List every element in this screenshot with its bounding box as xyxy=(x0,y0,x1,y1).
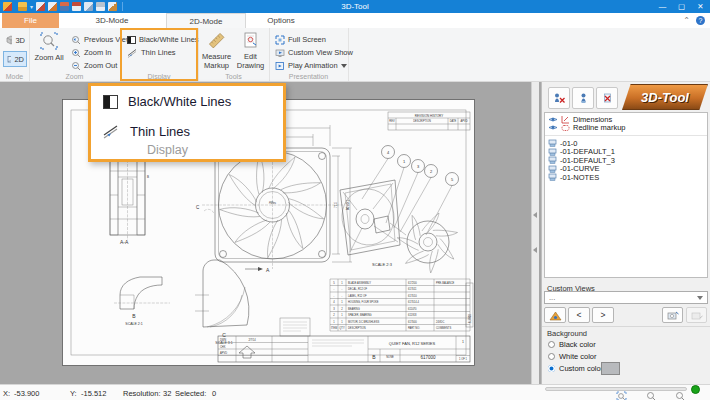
maximize-button[interactable]: ▢ xyxy=(672,0,691,13)
zoom-all-button[interactable]: Zoom All xyxy=(33,31,65,62)
caret-down-icon[interactable] xyxy=(341,64,347,68)
3d-mode-button[interactable]: 3D xyxy=(3,32,27,48)
sheet-2d-icon xyxy=(7,54,11,64)
radio-icon[interactable] xyxy=(548,341,555,348)
custom-color-swatch[interactable] xyxy=(601,362,620,375)
view-slider-knob[interactable] xyxy=(691,385,700,394)
tree-item-layer[interactable]: -01-NOTES xyxy=(545,173,707,182)
3d-tool-window: ▾ 3D-Tool — ▢ ✕ File 3D-Mode 2D-Mode Opt… xyxy=(0,0,710,400)
default-view-button[interactable] xyxy=(544,307,566,323)
tab-2d-mode[interactable]: 2D-Mode xyxy=(166,13,246,28)
svg-text:QTY: QTY xyxy=(339,326,345,330)
save-custom-view-button[interactable] xyxy=(662,307,683,323)
restore-view-icon xyxy=(691,310,703,321)
tree-item-layer[interactable]: -01-DEFAULT_3 xyxy=(545,156,707,165)
redline-delete-icon xyxy=(601,92,614,104)
tree-item-dimensions[interactable]: Dimensions xyxy=(545,115,707,124)
custom-color-label: Custom color xyxy=(559,364,603,373)
svg-text:617010: 617010 xyxy=(408,294,417,298)
help-icon[interactable]: ? xyxy=(696,16,705,25)
svg-text:REV: REV xyxy=(389,119,395,123)
background-option-black[interactable]: Black color xyxy=(548,340,596,349)
group-label-display: Display xyxy=(120,73,198,80)
next-custom-view-button[interactable]: > xyxy=(592,307,614,323)
tree-item-layer[interactable]: -01-0 xyxy=(545,139,707,148)
delete-all-markup-button[interactable] xyxy=(548,87,570,109)
thin-lines-button[interactable]: Thin Lines xyxy=(125,46,178,59)
zoom-in-button[interactable]: Zoom In xyxy=(69,46,114,59)
tab-file[interactable]: File xyxy=(2,13,59,28)
svg-text:LABEL, R12 OF: LABEL, R12 OF xyxy=(348,294,367,298)
drawing-viewport[interactable]: REVISION HISTORY REV DESCRIPTION DATE AP… xyxy=(0,82,541,384)
collapse-ribbon-icon[interactable]: ⌃ xyxy=(683,16,690,25)
svg-text:HOUSING, FOUR SPOKE: HOUSING, FOUR SPOKE xyxy=(348,300,379,304)
save-view-icon xyxy=(667,310,679,321)
thin-lines-icon xyxy=(127,48,138,58)
default-view-icon xyxy=(549,310,562,321)
redline-markup-icon xyxy=(561,124,570,132)
tree-item-redline[interactable]: Redline markup xyxy=(545,124,707,133)
eye-icon[interactable] xyxy=(548,124,558,131)
svg-text:617014-4: 617014-4 xyxy=(408,300,420,304)
tree-item-layer[interactable]: -01-CURVE xyxy=(545,165,707,174)
redline-markup-icon xyxy=(577,92,590,104)
svg-text:617000: 617000 xyxy=(468,314,472,323)
selected-value: 0 xyxy=(212,389,216,398)
background-option-custom[interactable]: Custom color xyxy=(548,364,603,373)
layer-label: -01-NOTES xyxy=(560,173,599,182)
window-title: 3D-Tool xyxy=(0,2,710,11)
background-option-white[interactable]: White color xyxy=(548,352,597,361)
full-screen-button[interactable]: Full Screen xyxy=(273,33,328,46)
svg-text:2/7/14: 2/7/14 xyxy=(248,338,256,342)
ruler-icon xyxy=(207,31,226,50)
svg-text:COMMENTS: COMMENTS xyxy=(436,326,451,330)
edit-label-1: Edit xyxy=(235,52,266,61)
x-value: -53.900 xyxy=(14,389,39,398)
background-section-divider xyxy=(542,326,710,327)
thin-lines-icon xyxy=(103,124,120,139)
delete-markup-button[interactable] xyxy=(596,87,618,109)
thin-lines-callout-item[interactable]: Thin Lines xyxy=(103,124,190,139)
eye-icon[interactable] xyxy=(548,116,558,123)
resolution-value: 32 xyxy=(163,389,171,398)
bw-lines-callout-item[interactable]: Black/White Lines xyxy=(103,94,231,109)
zoom-all-icon[interactable] xyxy=(616,391,627,400)
tree-item-layer[interactable]: -01-DEFAULT_1 xyxy=(545,148,707,157)
measure-markup-button[interactable]: Measure Markup xyxy=(201,31,232,70)
2d-label: 2D xyxy=(14,55,24,64)
group-tools: Measure Markup Edit Drawing Tools xyxy=(198,28,270,81)
splitter-arrow-icon[interactable] xyxy=(533,212,537,218)
zoom-out-button[interactable]: Zoom Out xyxy=(69,59,119,72)
svg-text:MOTOR, DC BRUSHLESS: MOTOR, DC BRUSHLESS xyxy=(348,320,379,324)
radio-selected-icon[interactable] xyxy=(548,365,555,372)
svg-text:QUIET FAN, R12 SERIES: QUIET FAN, R12 SERIES xyxy=(389,341,436,346)
bw-lines-button[interactable]: Black/White Lines xyxy=(125,33,201,46)
svg-text:A-A: A-A xyxy=(120,239,129,245)
2d-mode-button[interactable]: 2D xyxy=(3,51,27,67)
zoom-in-icon[interactable] xyxy=(646,391,656,400)
markup-button[interactable] xyxy=(572,87,594,109)
radio-icon[interactable] xyxy=(548,353,555,360)
close-button[interactable]: ✕ xyxy=(691,0,710,13)
tab-options[interactable]: Options xyxy=(246,13,316,28)
play-animation-button[interactable]: Play Animation xyxy=(273,59,349,72)
bw-lines-callout-label: Black/White Lines xyxy=(128,94,231,109)
custom-view-show-button[interactable]: Custom View Show xyxy=(273,46,355,59)
restore-custom-view-button[interactable] xyxy=(686,307,707,323)
custom-views-dropdown[interactable]: ... xyxy=(544,291,708,304)
edit-drawing-button[interactable]: Edit Drawing xyxy=(235,31,266,70)
splitter-arrow-icon[interactable] xyxy=(533,247,537,253)
layer-icon xyxy=(548,165,557,173)
zoom-out-label: Zoom Out xyxy=(84,61,117,70)
previous-custom-view-button[interactable]: < xyxy=(568,307,590,323)
zoom-out-icon[interactable] xyxy=(675,391,685,400)
tab-3d-mode[interactable]: 3D-Mode xyxy=(62,13,162,28)
svg-text:ITEM: ITEM xyxy=(331,326,337,330)
layer-icon xyxy=(548,148,557,156)
svg-text:BEARING: BEARING xyxy=(348,307,360,311)
minimize-button[interactable]: — xyxy=(653,0,672,13)
redline-delete-all-icon xyxy=(553,92,566,104)
pane-splitter[interactable] xyxy=(531,82,539,384)
svg-text:611070: 611070 xyxy=(408,307,417,311)
layer-icon xyxy=(548,139,557,147)
